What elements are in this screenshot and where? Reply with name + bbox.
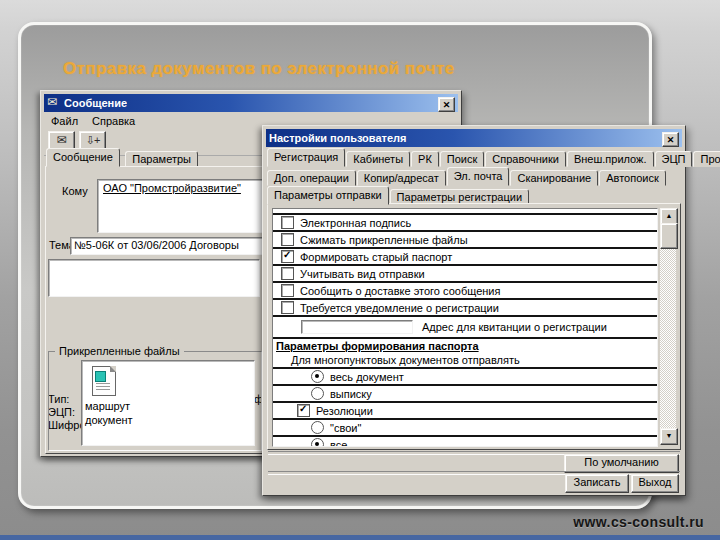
tab-autosearch[interactable]: Автопоиск [599,170,666,186]
option-row: Сжимать прикрепленные файлы [273,232,657,249]
slide-title: Отправка документов по электронной почте [63,59,455,79]
checkbox-checked-icon[interactable] [281,250,294,263]
option-row: Требуется уведомление о регистрации [273,300,657,317]
tab-cabinets[interactable]: Кабинеты [346,151,410,167]
option-row: Резолюции [273,403,657,420]
scrollbar[interactable] [660,208,676,445]
checkbox-icon[interactable] [281,216,294,229]
radio-selected-icon[interactable] [311,438,324,447]
message-tabs: Сообщение Параметры [46,148,199,166]
option-label: Сообщить о доставке этого сообщения [300,285,500,297]
option-label: Сжимать прикрепленные файлы [300,234,468,246]
radio-selected-icon[interactable] [311,370,324,383]
option-label: выписку [330,388,372,400]
settings-tabs-row3: Параметры отправкиПараметры регистрации [267,186,530,204]
tab-copy-addressee[interactable]: Копир/адресат [357,170,446,186]
tab-scanning[interactable]: Сканирование [510,170,598,186]
settings-panel: Электронная подпись Сжимать прикрепленны… [267,203,681,450]
tab-message[interactable]: Сообщение [46,148,120,167]
settings-tabs-row1: РегистрацияКабинетыРКПоискСправочникиВне… [267,148,720,167]
tab-email[interactable]: Эл. почта [447,167,510,186]
message-titlebar[interactable]: Сообщение [44,94,458,112]
option-label: весь документ [330,371,404,383]
option-row: Формировать старый паспорт [273,249,657,266]
multipoint-text: Для многопунктовых документов отправлять [273,353,657,369]
options-list: Электронная подпись Сжимать прикрепленны… [272,208,658,447]
tab-external-apps[interactable]: Внеш.прилож. [567,151,654,167]
option-label: Электронная подпись [300,217,411,229]
tab-send-parameters[interactable]: Параметры отправки [267,186,389,205]
menu-help[interactable]: Справка [85,115,142,127]
address-row: Адрес для квитанции о регистрации [273,317,657,339]
option-row: Электронная подпись [273,213,657,232]
bottom-accent-strip [0,535,720,540]
envelope-icon [47,98,60,109]
option-label: Учитывать вид отправки [300,268,425,280]
scroll-thumb[interactable] [660,223,678,249]
option-label: все [330,439,347,448]
scroll-down-icon[interactable] [660,428,678,445]
attach-icon [80,133,105,147]
option-label: Формировать старый паспорт [300,251,452,263]
option-label: Резолюции [316,405,373,417]
tab-extra-operations[interactable]: Доп. операции [267,170,356,186]
attachments-group-label: Прикрепленные файлы [55,345,184,357]
option-row: весь документ [273,369,657,386]
option-label: "свои" [330,422,361,434]
checkbox-checked-icon[interactable] [297,404,310,417]
message-body-area[interactable] [48,259,260,297]
settings-dialog-title: Настройки пользователя [269,132,407,144]
settings-tabs-row2: Доп. операцииКопир/адресатЭл. почтаСкани… [267,167,667,186]
option-row: все [273,437,657,447]
menu-file[interactable]: Файл [44,115,85,127]
save-button[interactable]: Записать [565,474,629,493]
slide: Отправка документов по электронной почте… [0,0,720,540]
tab-signature[interactable]: ЭЦП [655,151,693,167]
settings-dialog: Настройки пользователя РегистрацияКабине… [262,125,686,496]
subject-input[interactable]: №5-06К от 03/06/2006 Договоры [70,237,266,255]
passport-heading: Параметры формирования паспорта [273,339,657,353]
option-label: Требуется уведомление о регистрации [300,302,499,314]
option-row: Сообщить о доставке этого сообщения [273,283,657,300]
tab-parameters[interactable]: Параметры [125,151,198,167]
attachments-box[interactable]: маршрут документ [81,360,255,446]
tab-directories[interactable]: Справочники [485,151,566,167]
checkbox-icon[interactable] [281,233,294,246]
exit-button[interactable]: Выход [631,474,679,493]
tab-search[interactable]: Поиск [440,151,484,167]
close-icon[interactable] [662,132,679,147]
tab-other[interactable]: Прочие [693,151,720,167]
option-row: выписку [273,386,657,403]
address-label: Адрес для квитанции о регистрации [422,321,607,333]
send-icon [49,133,74,147]
close-icon[interactable] [438,97,455,112]
checkbox-icon[interactable] [281,301,294,314]
attachments-group: Прикрепленные файлы маршрут документ [48,351,262,451]
radio-icon[interactable] [311,421,324,434]
tab-registration[interactable]: Регистрация [267,148,345,167]
document-icon-badge [95,371,106,382]
tab-rk[interactable]: РК [411,151,439,167]
option-row: Учитывать вид отправки [273,266,657,283]
radio-icon[interactable] [311,387,324,400]
to-label: Кому [62,185,88,197]
settings-titlebar[interactable]: Настройки пользователя [266,129,682,147]
footer-url: www.cs-consult.ru [573,514,704,530]
attachment-caption[interactable]: маршрут документ [85,399,133,427]
checkbox-icon[interactable] [281,284,294,297]
to-listbox[interactable]: ОАО "Промстройразвитие" [97,179,269,233]
message-window-title: Сообщение [64,97,127,109]
checkbox-icon[interactable] [281,267,294,280]
option-row: "свои" [273,420,657,437]
recipient-link[interactable]: ОАО "Промстройразвитие" [103,182,241,194]
document-icon[interactable] [92,366,116,396]
address-input[interactable] [301,320,413,334]
